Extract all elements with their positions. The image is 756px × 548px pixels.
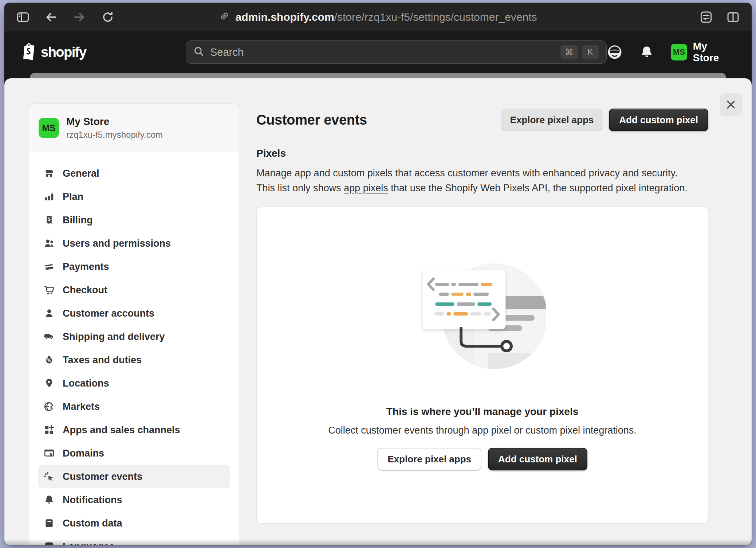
close-icon — [726, 99, 736, 110]
search-icon — [193, 46, 204, 58]
sidebar-item-custom-data[interactable]: Custom data — [38, 512, 230, 535]
payments-icon — [44, 261, 55, 272]
search-placeholder: Search — [210, 46, 555, 58]
sidebar-item-notifications[interactable]: Notifications — [38, 488, 230, 512]
sidebar-item-label: Plan — [63, 191, 83, 203]
sidebar-item-payments[interactable]: Payments — [38, 255, 230, 278]
settings-sidebar: MS My Store rzq1xu-f5.myshopify.com Gene… — [29, 103, 239, 545]
settings-main: Customer events Explore pixel apps Add c… — [239, 103, 752, 545]
empty-add-custom-pixel-button[interactable]: Add custom pixel — [488, 448, 587, 470]
link-icon — [219, 11, 230, 24]
shopify-wordmark: shopify — [41, 44, 86, 60]
sidebar-item-label: General — [63, 168, 99, 179]
kbd-command: ⌘ — [560, 45, 578, 59]
close-button[interactable] — [720, 93, 742, 116]
empty-state-heading: This is where you’ll manage your pixels — [386, 405, 579, 419]
sidebar-item-label: Billing — [63, 215, 93, 226]
browser-toolbar: admin.shopify.com/store/rzq1xu-f5/settin… — [4, 3, 752, 31]
billing-icon: $ — [44, 215, 55, 226]
pixel-icon — [44, 471, 55, 482]
sidebar-item-locations[interactable]: Locations — [38, 372, 230, 395]
sidebar-item-shipping-and-delivery[interactable]: Shipping and delivery — [38, 325, 230, 348]
kbd-k: K — [582, 45, 599, 59]
pixels-description: Manage app and custom pixels that access… — [256, 166, 708, 196]
sidebar-item-plan[interactable]: Plan — [38, 185, 230, 208]
settings-overlay: MS My Store rzq1xu-f5.myshopify.com Gene… — [4, 73, 752, 545]
person-icon — [44, 308, 55, 319]
description-line2-post: that use the Shopify Web Pixels API, the… — [388, 183, 688, 193]
sidebar-item-markets[interactable]: $Markets — [38, 395, 230, 418]
truck-icon — [44, 331, 55, 342]
svg-text:$: $ — [48, 216, 50, 222]
sidebar-item-taxes-and-duties[interactable]: %Taxes and duties — [38, 348, 230, 372]
forward-button-icon[interactable] — [73, 11, 86, 24]
extensions-icon[interactable] — [700, 11, 712, 23]
sidebar-item-customer-events[interactable]: Customer events — [38, 465, 230, 488]
sidebar-item-label: Checkout — [63, 285, 107, 296]
sidebar-item-languages[interactable]: ALanguages — [38, 535, 230, 545]
page-title: Customer events — [256, 112, 367, 128]
sidebar-item-label: Customer events — [63, 471, 142, 482]
description-line1: Manage app and custom pixels that access… — [256, 166, 708, 181]
shopify-topbar: shopify Search ⌘ K MS My Store — [4, 31, 752, 73]
empty-state-subtext: Collect customer events through app pixe… — [328, 424, 636, 437]
search-input[interactable]: Search ⌘ K — [186, 40, 607, 64]
store-icon — [44, 168, 55, 179]
sidebar-item-label: Locations — [63, 378, 109, 389]
browser-window: admin.shopify.com/store/rzq1xu-f5/settin… — [4, 3, 752, 545]
database-icon — [44, 518, 55, 529]
empty-explore-pixel-apps-button[interactable]: Explore pixel apps — [377, 448, 481, 470]
bell-icon — [44, 494, 55, 505]
shopify-logo[interactable]: shopify — [21, 43, 186, 62]
sidebar-item-label: Markets — [63, 401, 100, 412]
sidebar-item-label: Languages — [63, 541, 115, 545]
plan-icon — [44, 191, 55, 202]
store-header[interactable]: MS My Store rzq1xu-f5.myshopify.com — [29, 104, 239, 152]
location-icon — [44, 378, 55, 389]
store-name: My Store — [66, 116, 163, 128]
apps-icon — [44, 424, 55, 435]
users-icon — [44, 238, 55, 249]
explore-pixel-apps-button[interactable]: Explore pixel apps — [501, 109, 603, 131]
tax-icon: % — [44, 355, 55, 365]
split-view-icon[interactable] — [727, 11, 739, 23]
pixels-empty-state-card: This is where you’ll manage your pixels … — [256, 207, 708, 524]
sidebar-item-label: Taxes and duties — [63, 355, 142, 366]
svg-text:A: A — [46, 544, 50, 545]
sidebar-toggle-icon[interactable] — [17, 11, 29, 23]
account-menu[interactable]: MS My Store — [671, 40, 735, 64]
sidebar-item-domains[interactable]: Domains — [38, 442, 230, 465]
account-name: My Store — [693, 40, 735, 64]
app-pixels-link[interactable]: app pixels — [344, 183, 388, 193]
address-bar[interactable]: admin.shopify.com/store/rzq1xu-f5/settin… — [219, 11, 537, 24]
sidebar-item-billing[interactable]: $Billing — [38, 208, 230, 232]
notifications-bell-icon[interactable] — [639, 45, 654, 59]
store-domain: rzq1xu-f5.myshopify.com — [66, 130, 163, 140]
sidebar-item-label: Apps and sales channels — [63, 424, 180, 436]
settings-modal: MS My Store rzq1xu-f5.myshopify.com Gene… — [4, 78, 752, 545]
cart-icon — [44, 285, 55, 295]
account-avatar: MS — [671, 44, 687, 60]
sidebar-item-checkout[interactable]: Checkout — [38, 278, 230, 302]
sidebar-item-apps-and-sales-channels[interactable]: Apps and sales channels — [38, 418, 230, 442]
domains-icon — [44, 448, 55, 459]
back-button-icon[interactable] — [44, 11, 58, 24]
sidekick-icon[interactable] — [607, 44, 623, 60]
sidebar-item-label: Custom data — [63, 518, 122, 529]
sidebar-item-general[interactable]: General — [38, 162, 230, 185]
sidebar-item-label: Shipping and delivery — [63, 331, 165, 342]
sidebar-item-customer-accounts[interactable]: Customer accounts — [38, 302, 230, 325]
sidebar-item-label: Payments — [63, 261, 109, 273]
reload-button-icon[interactable] — [101, 11, 114, 24]
pixels-heading: Pixels — [256, 148, 708, 159]
language-icon: A — [44, 541, 55, 545]
description-line2-pre: This list only shows — [256, 183, 344, 193]
shopify-bag-icon — [21, 43, 36, 62]
sidebar-item-label: Users and permissions — [63, 238, 171, 249]
sidebar-item-label: Customer accounts — [63, 308, 154, 319]
sidebar-item-users-and-permissions[interactable]: Users and permissions — [38, 232, 230, 255]
settings-menu: GeneralPlan$BillingUsers and permissions… — [29, 152, 239, 545]
add-custom-pixel-button[interactable]: Add custom pixel — [609, 109, 708, 131]
pixels-illustration — [419, 260, 546, 373]
globe-icon: $ — [44, 401, 55, 412]
